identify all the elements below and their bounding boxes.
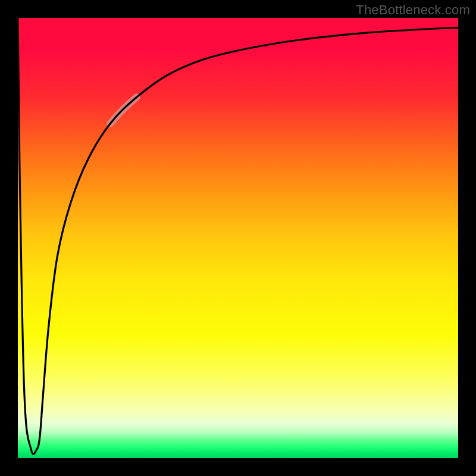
chart-frame: TheBottleneck.com — [0, 0, 476, 476]
main-curve — [18, 18, 458, 454]
plot-area — [18, 18, 458, 458]
watermark-label: TheBottleneck.com — [356, 2, 470, 18]
chart-curve-layer — [18, 18, 458, 458]
